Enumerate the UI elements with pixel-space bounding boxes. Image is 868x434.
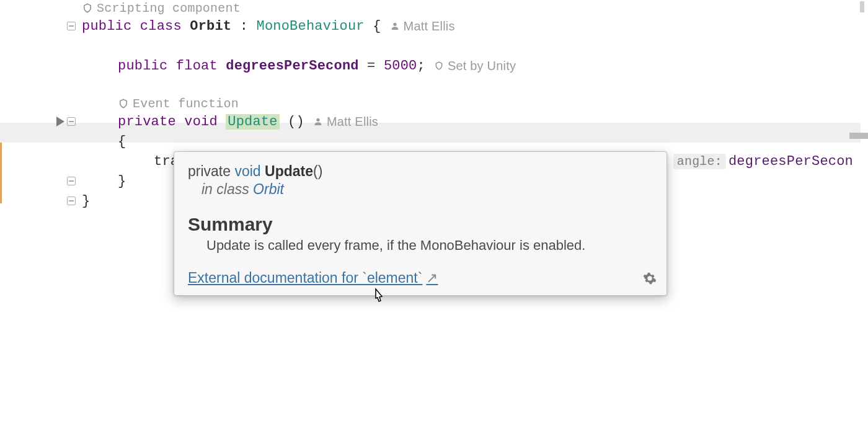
type-name[interactable]: MonoBehaviour <box>256 19 364 34</box>
sig-return-type: void <box>234 163 260 179</box>
parameter-hint: angle: <box>673 154 726 169</box>
person-icon <box>313 117 323 126</box>
code-line[interactable]: public float degreesPerSecond = 5000 ; S… <box>82 56 853 76</box>
scrollbar-mark <box>860 1 864 12</box>
author-name: Matt Ellis <box>404 19 455 33</box>
svg-point-1 <box>316 118 319 122</box>
brace: } <box>118 174 126 189</box>
inclass-prefix: in class <box>202 181 253 197</box>
doc-summary-text: Update is called every frame, if the Mon… <box>206 237 653 254</box>
gutter-line[interactable] <box>0 191 82 211</box>
quick-doc-popup[interactable]: private void Update() in class Orbit Sum… <box>174 151 667 296</box>
parens: () <box>288 114 304 130</box>
author-annotation[interactable]: Matt Ellis <box>390 19 455 33</box>
person-icon <box>390 21 400 31</box>
doc-containing-class: in class Orbit <box>202 181 653 198</box>
unity-icon <box>82 2 93 14</box>
keyword: void <box>184 114 218 130</box>
code-line[interactable]: private void Update () Matt Ellis <box>82 112 853 131</box>
author-name: Matt Ellis <box>327 115 378 129</box>
unity-icon <box>434 61 444 71</box>
code-lens-event[interactable]: Event function <box>82 95 853 112</box>
class-name[interactable]: Orbit <box>190 19 231 34</box>
semicolon: ; <box>417 58 425 74</box>
scrollbar-thumb[interactable] <box>849 133 868 139</box>
fold-toggle-icon[interactable] <box>67 117 76 126</box>
sig-parens: () <box>313 163 322 179</box>
code-line[interactable]: { <box>82 131 853 151</box>
keyword: private <box>118 114 176 130</box>
field-name[interactable]: degreesPerSecond <box>226 58 358 74</box>
code-editor[interactable]: Scripting component public class Orbit :… <box>0 0 868 434</box>
gutter <box>0 0 82 434</box>
keyword: public <box>82 19 131 34</box>
keyword: class <box>140 19 182 34</box>
code-lens-label: Event function <box>133 97 239 111</box>
token: = <box>359 58 384 74</box>
external-doc-link[interactable]: External documentation for `element` ↗ <box>188 270 438 286</box>
cursor-icon <box>370 287 388 309</box>
run-gutter-icon[interactable] <box>56 117 64 126</box>
inlay-hint-label: Set by Unity <box>448 59 516 73</box>
fold-end-icon <box>67 177 76 185</box>
gutter-line[interactable] <box>0 171 82 191</box>
unity-icon <box>118 98 129 109</box>
brace: { <box>373 19 381 34</box>
code-lens-scripting[interactable]: Scripting component <box>82 0 853 16</box>
sig-keyword: private <box>188 163 231 179</box>
code-lens-label: Scripting component <box>97 1 241 16</box>
sig-method-name: Update <box>265 163 313 179</box>
gutter-line[interactable] <box>0 112 82 131</box>
keyword: float <box>176 58 218 74</box>
svg-point-0 <box>393 23 396 26</box>
keyword: public <box>118 58 167 74</box>
number-literal: 5000 <box>384 58 417 74</box>
code-line[interactable]: public class Orbit : MonoBehaviour { Mat… <box>82 16 853 36</box>
fold-toggle-icon[interactable] <box>67 22 76 30</box>
gear-icon[interactable] <box>643 272 657 288</box>
gutter-line[interactable] <box>0 16 82 36</box>
scrollbar[interactable] <box>858 0 868 434</box>
class-link[interactable]: Orbit <box>253 181 284 197</box>
inlay-hint[interactable]: Set by Unity <box>434 59 516 73</box>
argument[interactable]: degreesPerSecon <box>728 154 853 169</box>
brace: { <box>118 134 126 149</box>
external-link-icon: ↗ <box>426 270 438 286</box>
method-name-highlighted[interactable]: Update <box>226 114 279 130</box>
brace: } <box>82 193 90 209</box>
token: : <box>231 19 256 34</box>
doc-signature: private void Update() <box>188 163 653 180</box>
doc-summary-heading: Summary <box>188 214 653 235</box>
external-doc-link-text: External documentation for `element` <box>188 270 422 286</box>
author-annotation[interactable]: Matt Ellis <box>313 115 378 129</box>
fold-end-icon <box>67 197 76 205</box>
